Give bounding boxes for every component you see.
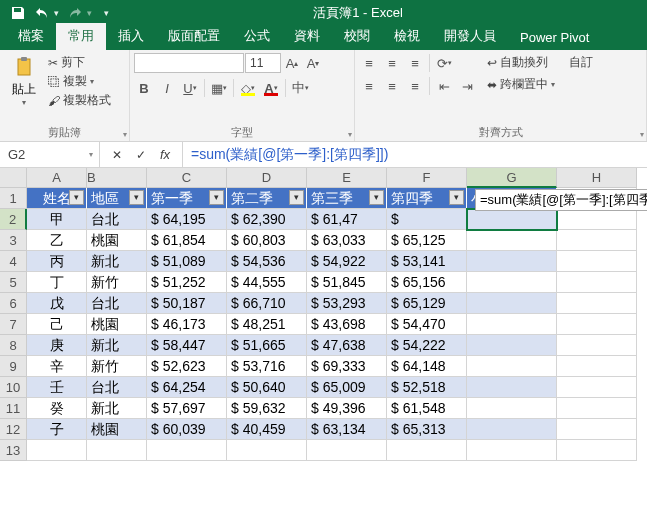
cell[interactable]: $ 65,313 (387, 419, 467, 440)
cell[interactable]: 桃園 (87, 419, 147, 440)
cell[interactable]: 壬 (27, 377, 87, 398)
cell[interactable]: 丙 (27, 251, 87, 272)
filter-dropdown-icon[interactable]: ▾ (129, 190, 144, 205)
paste-button[interactable]: 貼上 ▾ (4, 53, 44, 109)
cell[interactable]: $ 51,252 (147, 272, 227, 293)
font-color-button[interactable]: A▾ (261, 78, 281, 98)
filter-dropdown-icon[interactable]: ▾ (69, 190, 84, 205)
cell[interactable] (87, 440, 147, 461)
fill-color-button[interactable]: ◇▾ (238, 78, 258, 98)
tab-file[interactable]: 檔案 (6, 23, 56, 50)
cell[interactable]: $ 61,854 (147, 230, 227, 251)
confirm-formula-button[interactable]: ✓ (132, 148, 150, 162)
copy-button[interactable]: ⿻複製 ▾ (46, 72, 113, 91)
cell[interactable]: $ 60,039 (147, 419, 227, 440)
cell[interactable] (467, 377, 557, 398)
fx-icon[interactable]: fx (156, 147, 174, 162)
row-header[interactable]: 9 (0, 356, 27, 377)
row-header[interactable]: 2 (0, 209, 27, 230)
cell[interactable]: $ 63,033 (307, 230, 387, 251)
col-header[interactable]: E (307, 168, 387, 188)
cell[interactable]: $ 54,222 (387, 335, 467, 356)
tab-formulas[interactable]: 公式 (232, 23, 282, 50)
bold-button[interactable]: B (134, 78, 154, 98)
cell[interactable]: 辛 (27, 356, 87, 377)
cell[interactable]: 己 (27, 314, 87, 335)
align-left-button[interactable]: ≡ (359, 76, 379, 96)
cell[interactable] (557, 230, 637, 251)
orientation-button[interactable]: ⟳▾ (434, 53, 454, 73)
align-middle-button[interactable]: ≡ (382, 53, 402, 73)
cut-button[interactable]: ✂剪下 (46, 53, 113, 72)
cell[interactable] (557, 377, 637, 398)
cell[interactable]: $ 52,623 (147, 356, 227, 377)
cell[interactable]: $ 51,665 (227, 335, 307, 356)
cell[interactable]: 台北 (87, 293, 147, 314)
col-header[interactable]: G (467, 168, 557, 188)
filter-dropdown-icon[interactable]: ▾ (449, 190, 464, 205)
filter-dropdown-icon[interactable]: ▾ (209, 190, 224, 205)
align-center-button[interactable]: ≡ (382, 76, 402, 96)
redo-dropdown-icon[interactable]: ▾ (87, 8, 92, 18)
save-icon[interactable] (10, 5, 26, 21)
row-header[interactable]: 1 (0, 188, 27, 209)
cell[interactable] (557, 419, 637, 440)
cell[interactable]: $ 64,148 (387, 356, 467, 377)
cell[interactable]: $ 50,187 (147, 293, 227, 314)
cell[interactable]: $ 59,632 (227, 398, 307, 419)
cell[interactable] (557, 293, 637, 314)
tab-view[interactable]: 檢視 (382, 23, 432, 50)
table-header[interactable]: 姓名▾ (27, 188, 87, 209)
cell[interactable] (227, 440, 307, 461)
cell[interactable] (307, 440, 387, 461)
row-header[interactable]: 7 (0, 314, 27, 335)
cell[interactable]: $ 50,640 (227, 377, 307, 398)
wrap-text-button[interactable]: ↩自動換列 (485, 53, 557, 72)
cell[interactable]: $ 52,518 (387, 377, 467, 398)
cell[interactable]: $ 54,470 (387, 314, 467, 335)
increase-indent-button[interactable]: ⇥ (457, 76, 477, 96)
tab-powerpivot[interactable]: Power Pivot (508, 26, 601, 50)
filter-dropdown-icon[interactable]: ▾ (289, 190, 304, 205)
cell[interactable] (467, 419, 557, 440)
tab-insert[interactable]: 插入 (106, 23, 156, 50)
row-header[interactable]: 12 (0, 419, 27, 440)
cancel-formula-button[interactable]: ✕ (108, 148, 126, 162)
cell[interactable]: $ 53,293 (307, 293, 387, 314)
cell[interactable]: $ 40,459 (227, 419, 307, 440)
col-header[interactable]: D (227, 168, 307, 188)
formula-input[interactable]: =sum(業績[@[第一季]:[第四季]]) (183, 146, 647, 164)
cell[interactable]: $ (387, 209, 467, 230)
cell[interactable]: $ 48,251 (227, 314, 307, 335)
cell[interactable]: 新北 (87, 398, 147, 419)
undo-dropdown-icon[interactable]: ▾ (54, 8, 59, 18)
cell[interactable]: $ 63,134 (307, 419, 387, 440)
filter-dropdown-icon[interactable]: ▾ (369, 190, 384, 205)
cell[interactable]: $ 44,555 (227, 272, 307, 293)
cell[interactable]: $ 65,009 (307, 377, 387, 398)
cell[interactable]: $ 47,638 (307, 335, 387, 356)
cell[interactable] (27, 440, 87, 461)
cell[interactable]: $ 65,156 (387, 272, 467, 293)
cell[interactable]: 乙 (27, 230, 87, 251)
cell[interactable] (467, 335, 557, 356)
tab-developer[interactable]: 開發人員 (432, 23, 508, 50)
cell[interactable] (467, 230, 557, 251)
font-family-combo[interactable] (134, 53, 244, 73)
cell[interactable]: 新北 (87, 251, 147, 272)
cell[interactable]: 戊 (27, 293, 87, 314)
table-header[interactable]: 第二季▾ (227, 188, 307, 209)
underline-button[interactable]: U▾ (180, 78, 200, 98)
custom-indent-button[interactable]: 自訂 (567, 53, 595, 72)
cell[interactable] (557, 251, 637, 272)
col-header[interactable]: B (87, 168, 147, 188)
active-cell[interactable] (467, 209, 557, 230)
cell[interactable]: $ 54,536 (227, 251, 307, 272)
cell[interactable] (467, 314, 557, 335)
font-size-combo[interactable]: 11 (245, 53, 281, 73)
row-header[interactable]: 3 (0, 230, 27, 251)
cell[interactable]: 新北 (87, 335, 147, 356)
cell[interactable]: $ 61,548 (387, 398, 467, 419)
cell[interactable]: 新竹 (87, 272, 147, 293)
cell[interactable] (467, 356, 557, 377)
